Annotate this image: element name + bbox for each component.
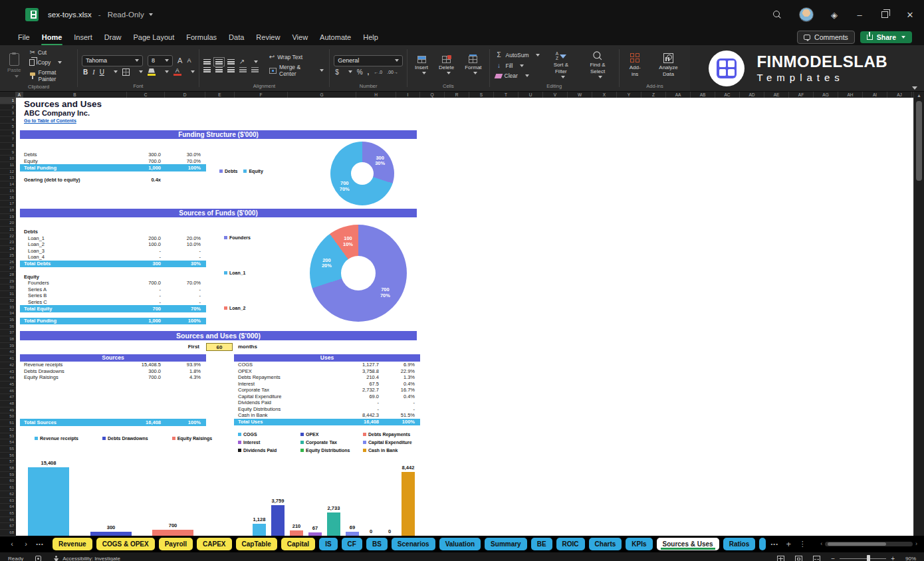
column-header-Q[interactable]: Q bbox=[420, 92, 445, 98]
ribbon-collapse-chevron[interactable] bbox=[912, 86, 917, 90]
tabs-overflow-icon[interactable]: ••• bbox=[769, 541, 780, 547]
autosum-button[interactable]: Σ AutoSum bbox=[494, 51, 542, 59]
page-layout-view-icon[interactable] bbox=[795, 556, 802, 561]
row-header-36[interactable]: 36 bbox=[0, 324, 16, 330]
row-header-43[interactable]: 43 bbox=[0, 369, 16, 376]
font-name-select[interactable]: Tahoma bbox=[82, 55, 143, 66]
row-header-23[interactable]: 23 bbox=[0, 239, 16, 246]
row-header-51[interactable]: 51 bbox=[0, 420, 16, 427]
percent-icon[interactable]: % bbox=[357, 68, 363, 76]
page-break-view-icon[interactable] bbox=[813, 556, 820, 561]
menu-item-view[interactable]: View bbox=[286, 31, 314, 44]
sheet-tab-payroll[interactable]: Payroll bbox=[159, 538, 193, 550]
row-header-44[interactable]: 44 bbox=[0, 375, 16, 382]
scroll-up-icon[interactable]: ▲ bbox=[914, 92, 924, 100]
menu-item-insert[interactable]: Insert bbox=[68, 31, 98, 44]
decrease-decimal-icon[interactable]: .00→ bbox=[387, 70, 398, 74]
column-header-H[interactable]: H bbox=[356, 92, 396, 98]
row-header-16[interactable]: 16 bbox=[0, 195, 16, 201]
row-header-58[interactable]: 58 bbox=[0, 465, 16, 472]
zoom-out-button[interactable]: − bbox=[831, 555, 835, 561]
vertical-scroll-thumb[interactable] bbox=[916, 101, 922, 181]
sheet-tab-is[interactable]: IS bbox=[319, 538, 337, 550]
accessibility-status[interactable]: Accessibility: Investigate bbox=[62, 556, 120, 561]
align-top-icon[interactable] bbox=[203, 59, 211, 64]
row-header-15[interactable]: 15 bbox=[0, 188, 16, 195]
minimize-button[interactable]: – bbox=[855, 10, 864, 20]
row-header-66[interactable]: 66 bbox=[0, 517, 16, 524]
tabs-prev-icon[interactable]: ‹ bbox=[7, 540, 17, 548]
row-header-19[interactable]: 19 bbox=[0, 214, 16, 221]
row-header-63[interactable]: 63 bbox=[0, 498, 16, 505]
menu-item-data[interactable]: Data bbox=[223, 31, 250, 44]
column-header-I[interactable]: I bbox=[396, 92, 420, 98]
align-right-icon[interactable] bbox=[227, 67, 235, 72]
row-header-25[interactable]: 25 bbox=[0, 253, 16, 259]
row-header-22[interactable]: 22 bbox=[0, 233, 16, 240]
row-header-29[interactable]: 29 bbox=[0, 279, 16, 285]
zoom-in-button[interactable]: + bbox=[891, 555, 895, 561]
column-header-A[interactable]: A bbox=[16, 92, 23, 98]
align-middle-icon[interactable] bbox=[215, 59, 223, 64]
increase-indent-icon[interactable] bbox=[251, 67, 259, 72]
sheet-tab-cf[interactable]: CF bbox=[342, 538, 362, 550]
shrink-font-icon[interactable]: A bbox=[187, 57, 191, 64]
row-header-33[interactable]: 33 bbox=[0, 304, 16, 311]
row-header-65[interactable]: 65 bbox=[0, 510, 16, 517]
column-header-Y[interactable]: Y bbox=[617, 92, 641, 98]
bold-button[interactable]: B bbox=[83, 68, 88, 76]
menu-item-formulas[interactable]: Formulas bbox=[180, 31, 223, 44]
sheet-tab-bs[interactable]: BS bbox=[366, 538, 388, 550]
addins-button[interactable]: Add-ins bbox=[624, 52, 647, 78]
row-header-11[interactable]: 11 bbox=[0, 162, 16, 169]
fill-button[interactable]: ↓ Fill bbox=[494, 61, 542, 70]
paste-button[interactable]: Paste bbox=[4, 52, 24, 78]
row-header-49[interactable]: 49 bbox=[0, 407, 16, 414]
read-only-label[interactable]: Read-Only bbox=[108, 11, 144, 19]
row-header-45[interactable]: 45 bbox=[0, 382, 16, 388]
column-header-AG[interactable]: AG bbox=[814, 92, 838, 98]
zoom-slider[interactable] bbox=[840, 558, 886, 559]
underline-button[interactable]: U bbox=[100, 68, 104, 76]
italic-button[interactable]: I bbox=[92, 68, 94, 76]
merge-center-button[interactable]: Merge & Center bbox=[268, 63, 325, 78]
row-header-54[interactable]: 54 bbox=[0, 439, 16, 446]
column-headers[interactable]: ABCDEFGHIQRSTUVWXYZAAABACADAEAFAGAHAIAJ bbox=[16, 92, 913, 98]
increase-decimal-icon[interactable]: ←.0 bbox=[374, 70, 382, 74]
format-cells-button[interactable]: Format bbox=[461, 55, 485, 76]
column-header-W[interactable]: W bbox=[568, 92, 592, 98]
delete-cells-button[interactable]: Delete bbox=[435, 55, 457, 76]
chevron-down-icon[interactable] bbox=[191, 70, 195, 73]
wrap-text-button[interactable]: ↩ Wrap Text bbox=[268, 53, 325, 61]
row-header-64[interactable]: 64 bbox=[0, 504, 16, 510]
menu-item-automate[interactable]: Automate bbox=[314, 31, 357, 44]
menu-item-file[interactable]: File bbox=[12, 31, 36, 44]
horizontal-scroll-thumb[interactable] bbox=[828, 542, 886, 546]
row-header-34[interactable]: 34 bbox=[0, 310, 16, 317]
share-button[interactable]: Share bbox=[860, 31, 912, 43]
sheet-tab-stub[interactable] bbox=[759, 538, 766, 550]
sheet-tab-charts[interactable]: Charts bbox=[589, 538, 622, 550]
row-header-60[interactable]: 60 bbox=[0, 478, 16, 485]
chevron-down-icon[interactable] bbox=[139, 70, 143, 73]
align-center-icon[interactable] bbox=[215, 67, 223, 72]
row-header-50[interactable]: 50 bbox=[0, 413, 16, 420]
row-header-14[interactable]: 14 bbox=[0, 181, 16, 188]
chevron-down-icon[interactable] bbox=[165, 70, 169, 73]
sheet-tab-valuation[interactable]: Valuation bbox=[439, 538, 481, 550]
copy-button[interactable]: Copy bbox=[28, 58, 73, 66]
grow-font-icon[interactable]: A bbox=[177, 56, 182, 64]
row-header-61[interactable]: 61 bbox=[0, 485, 16, 491]
row-header-46[interactable]: 46 bbox=[0, 388, 16, 395]
gem-icon[interactable]: ◈ bbox=[831, 10, 838, 20]
row-header-24[interactable]: 24 bbox=[0, 246, 16, 253]
column-header-AE[interactable]: AE bbox=[764, 92, 789, 98]
tab-options-icon[interactable]: ⋮ bbox=[797, 540, 808, 548]
borders-icon[interactable] bbox=[122, 68, 130, 76]
column-header-F[interactable]: F bbox=[235, 92, 288, 98]
column-header-D[interactable]: D bbox=[165, 92, 205, 98]
row-header-53[interactable]: 53 bbox=[0, 433, 16, 440]
row-header-31[interactable]: 31 bbox=[0, 291, 16, 298]
horizontal-scrollbar[interactable]: ‹ › bbox=[820, 541, 917, 546]
row-header-9[interactable]: 9 bbox=[0, 150, 16, 156]
